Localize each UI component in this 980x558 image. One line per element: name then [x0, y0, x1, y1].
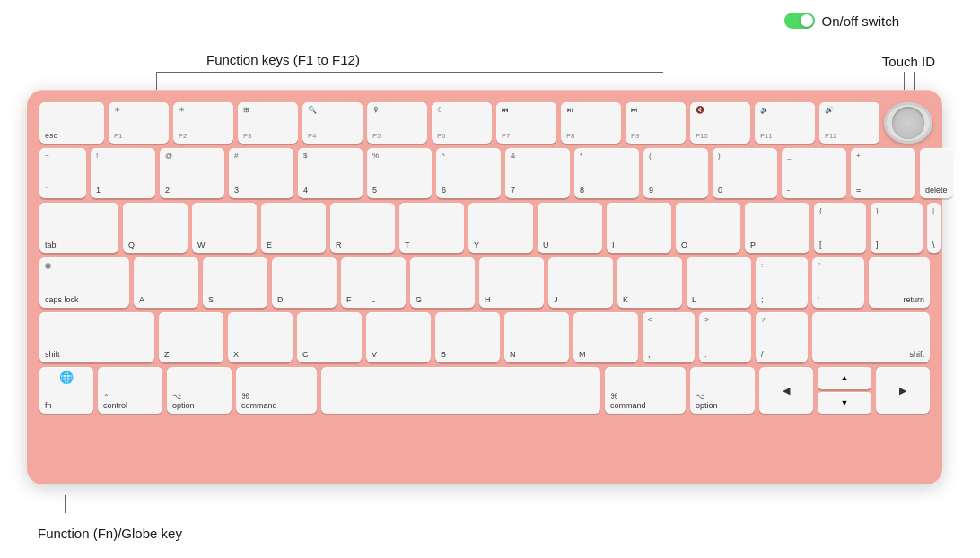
key-z[interactable]: Z: [159, 312, 223, 362]
globe-icon: 🌐: [59, 371, 74, 384]
key-h[interactable]: H: [479, 257, 544, 308]
key-semicolon[interactable]: : ;: [756, 257, 808, 308]
key-f3[interactable]: ⊞ F3: [238, 102, 298, 144]
key-control-label: control: [103, 401, 127, 410]
key-f8[interactable]: ⏯ F8: [561, 102, 621, 144]
key-v[interactable]: V: [366, 312, 431, 362]
key-f9-icon: ⏭: [631, 106, 638, 114]
key-option-right[interactable]: ⌥ option: [690, 367, 755, 414]
key-f4[interactable]: 🔍 F4: [302, 102, 363, 144]
key-backslash[interactable]: | \: [927, 203, 941, 253]
key-c[interactable]: C: [297, 312, 362, 362]
key-t[interactable]: T: [399, 203, 464, 253]
key-delete[interactable]: delete: [920, 148, 953, 198]
key-l[interactable]: L: [687, 257, 751, 308]
key-w[interactable]: W: [192, 203, 257, 253]
key-8[interactable]: * 8: [574, 148, 639, 198]
key-f1-icon: ☀: [114, 106, 120, 114]
key-equals[interactable]: + =: [851, 148, 915, 198]
key-o[interactable]: O: [676, 203, 740, 253]
key-s[interactable]: S: [203, 257, 267, 308]
touchid-annotation: Touch ID: [882, 54, 935, 70]
key-return[interactable]: return: [869, 257, 930, 308]
key-comma[interactable]: < ,: [643, 312, 695, 362]
key-backtick[interactable]: ~ `: [39, 148, 86, 198]
key-d[interactable]: D: [272, 257, 337, 308]
key-quote[interactable]: " ': [812, 257, 864, 308]
key-5[interactable]: % 5: [367, 148, 432, 198]
key-control[interactable]: ⌃ control: [98, 367, 162, 414]
key-g[interactable]: G: [410, 257, 475, 308]
key-arrow-up[interactable]: ▲: [818, 367, 871, 389]
key-b[interactable]: B: [435, 312, 500, 362]
key-7[interactable]: & 7: [505, 148, 570, 198]
key-f5-icon: 🎙: [372, 106, 380, 114]
key-f12-icon: 🔊: [825, 106, 834, 114]
key-f6[interactable]: ☾ F6: [432, 102, 492, 144]
fn-globe-annotation: Function (Fn)/Globe key: [38, 526, 182, 542]
key-esc-label: esc: [45, 131, 57, 140]
key-f8-icon: ⏯: [566, 106, 573, 114]
row-bottom: 🌐 fn ⌃ control ⌥ option ⌘ command: [39, 367, 930, 414]
key-j[interactable]: J: [548, 257, 613, 308]
key-f10[interactable]: 🔇 F10: [690, 102, 750, 144]
key-1[interactable]: ! 1: [91, 148, 155, 198]
key-fn-globe[interactable]: 🌐 fn: [39, 367, 93, 414]
arrow-left-icon: ◀: [783, 385, 790, 397]
key-n[interactable]: N: [504, 312, 569, 362]
key-f3-icon: ⊞: [243, 106, 249, 114]
key-f12[interactable]: 🔊 F12: [819, 102, 879, 144]
key-esc[interactable]: esc: [39, 102, 104, 144]
key-caps-lock[interactable]: caps lock: [39, 257, 129, 308]
arrow-down-icon: ▼: [841, 398, 849, 407]
key-arrow-left[interactable]: ◀: [759, 367, 813, 414]
key-touchid[interactable]: [884, 102, 932, 144]
key-f7[interactable]: ⏮ F7: [496, 102, 556, 144]
key-3[interactable]: # 3: [229, 148, 293, 198]
key-i[interactable]: I: [607, 203, 671, 253]
key-u[interactable]: U: [538, 203, 602, 253]
key-f2-icon: ☀: [179, 106, 185, 114]
key-f9[interactable]: ⏭ F9: [626, 102, 686, 144]
row-number: ~ ` ! 1 @ 2 # 3 $ 4: [39, 148, 930, 198]
key-q[interactable]: Q: [123, 203, 188, 253]
key-x[interactable]: X: [228, 312, 293, 362]
key-minus[interactable]: _ -: [782, 148, 846, 198]
key-k[interactable]: K: [617, 257, 682, 308]
key-command-left[interactable]: ⌘ command: [236, 367, 317, 414]
key-command-right[interactable]: ⌘ command: [605, 367, 686, 414]
key-a[interactable]: A: [134, 257, 198, 308]
key-y[interactable]: Y: [468, 203, 533, 253]
key-f2[interactable]: ☀ F2: [173, 102, 233, 144]
key-slash[interactable]: ? /: [756, 312, 808, 362]
caps-lock-indicator: [45, 263, 51, 269]
key-space[interactable]: [321, 367, 600, 414]
key-shift-left[interactable]: shift: [39, 312, 154, 362]
key-close-bracket[interactable]: } ]: [871, 203, 923, 253]
key-f5[interactable]: 🎙 F5: [367, 102, 427, 144]
key-arrow-down[interactable]: ▼: [818, 392, 871, 414]
arrow-up-icon: ▲: [841, 373, 849, 382]
key-tab[interactable]: tab: [39, 203, 118, 253]
key-2[interactable]: @ 2: [160, 148, 224, 198]
key-0[interactable]: ) 0: [713, 148, 777, 198]
key-caps-label: caps lock: [45, 295, 79, 304]
key-6[interactable]: ^ 6: [436, 148, 501, 198]
key-open-bracket[interactable]: { [: [814, 203, 866, 253]
key-f[interactable]: F: [341, 257, 406, 308]
key-option-left[interactable]: ⌥ option: [167, 367, 232, 414]
key-period[interactable]: > .: [699, 312, 751, 362]
key-e[interactable]: E: [261, 203, 326, 253]
key-f1[interactable]: ☀ F1: [109, 102, 169, 144]
key-4[interactable]: $ 4: [298, 148, 363, 198]
key-f11[interactable]: 🔉 F11: [755, 102, 815, 144]
key-p[interactable]: P: [745, 203, 809, 253]
toggle-switch[interactable]: [784, 13, 815, 29]
key-m[interactable]: M: [573, 312, 638, 362]
key-r[interactable]: R: [330, 203, 395, 253]
key-arrows-updown: ▲ ▼: [818, 367, 871, 414]
key-arrow-right[interactable]: ▶: [876, 367, 930, 414]
key-9[interactable]: ( 9: [643, 148, 708, 198]
fn-line: [65, 495, 66, 513]
key-shift-right[interactable]: shift: [812, 312, 930, 362]
